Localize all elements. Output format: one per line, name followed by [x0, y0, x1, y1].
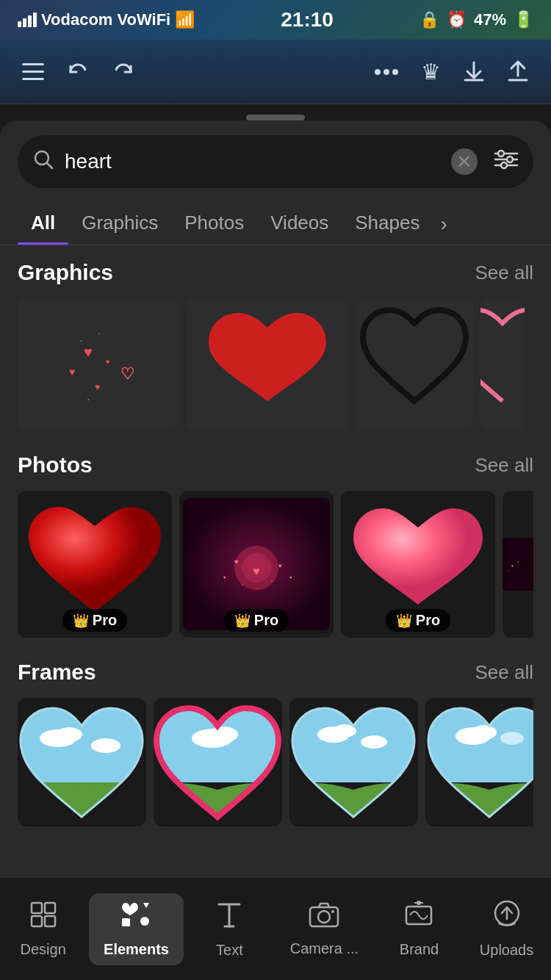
undo-button[interactable] [66, 62, 90, 82]
crown-icon-2: 👑 [234, 613, 251, 629]
svg-text:♡: ♡ [120, 364, 135, 383]
toolbar-left [22, 62, 135, 82]
drag-handle[interactable] [246, 115, 305, 120]
search-bar: heart ✕ [18, 135, 533, 188]
alarm-icon: ⏰ [447, 10, 467, 29]
share-button[interactable] [507, 60, 529, 84]
svg-point-59 [318, 911, 330, 923]
toolbar-right: ♛ [374, 59, 529, 84]
battery-text: 47% [474, 10, 506, 29]
nav-brand[interactable]: Brand [378, 893, 459, 965]
svg-point-50 [472, 725, 497, 740]
tab-more-button[interactable]: › [433, 203, 454, 245]
svg-rect-37 [18, 698, 146, 782]
svg-rect-1 [22, 71, 44, 73]
battery-icon: 🔋 [514, 10, 533, 29]
system-icons: 🔒 ⏰ 47% 🔋 [419, 10, 533, 29]
nav-uploads-label: Uploads [480, 942, 533, 959]
svg-point-51 [500, 732, 524, 745]
svg-point-12 [501, 162, 507, 168]
nav-elements[interactable]: Elements [89, 893, 184, 965]
photo-item-2[interactable]: ♥ ♥ ♥ ♥ ♥ • • 👑 Pro [179, 491, 334, 638]
carrier-info: Vodacom VoWiFi 📶 [18, 10, 195, 29]
frame-item-1[interactable] [18, 698, 146, 826]
svg-text:•: • [98, 331, 100, 336]
tab-photos[interactable]: Photos [171, 203, 257, 245]
svg-text:•: • [80, 337, 82, 344]
svg-text:♥: ♥ [511, 564, 514, 568]
graphics-see-all[interactable]: See all [475, 262, 534, 284]
svg-point-10 [498, 151, 504, 156]
photos-section-header: Photos See all [18, 453, 533, 478]
svg-point-4 [383, 69, 389, 75]
svg-text:♥: ♥ [69, 366, 75, 378]
photo-item-1[interactable]: 👑 Pro [18, 491, 172, 638]
photos-grid: 👑 Pro ♥ ♥ ♥ ♥ [18, 491, 533, 638]
svg-rect-32 [503, 538, 533, 591]
design-icon [29, 901, 57, 935]
app-toolbar: ♛ [0, 40, 551, 104]
graphic-item-4[interactable] [480, 298, 525, 430]
search-clear-button[interactable]: ✕ [451, 148, 478, 175]
photos-title: Photos [18, 453, 93, 478]
svg-rect-55 [45, 916, 55, 926]
wifi-icon: 📶 [175, 10, 195, 29]
svg-rect-57 [122, 918, 130, 926]
graphics-section: Graphics See all ♥ ♥ ♥ ♥ • • • ♡ [0, 245, 551, 438]
camera-icon [309, 901, 339, 934]
svg-point-39 [56, 727, 82, 742]
nav-uploads[interactable]: Uploads [465, 893, 548, 966]
svg-point-60 [331, 910, 334, 913]
carrier-name: Vodacom VoWiFi [41, 10, 170, 29]
graphic-item-3[interactable] [356, 298, 473, 430]
menu-button[interactable] [22, 63, 44, 81]
svg-rect-54 [32, 916, 42, 926]
frames-title: Frames [18, 660, 96, 685]
svg-point-3 [375, 69, 381, 75]
search-value[interactable]: heart [65, 150, 441, 173]
search-container: heart ✕ [0, 135, 551, 188]
nav-design[interactable]: Design [3, 893, 84, 965]
brand-icon [404, 901, 433, 935]
photo-item-3[interactable]: 👑 Pro [341, 491, 495, 638]
crown-button[interactable]: ♛ [421, 59, 441, 84]
frames-see-all[interactable]: See all [475, 661, 534, 684]
nav-camera[interactable]: Camera ... [276, 894, 373, 965]
status-bar: Vodacom VoWiFi 📶 21:10 🔒 ⏰ 47% 🔋 [0, 0, 551, 40]
pro-badge-2: 👑 Pro [224, 609, 289, 632]
tab-all[interactable]: All [18, 203, 68, 245]
nav-text[interactable]: Text [189, 893, 270, 966]
frame-item-2[interactable] [154, 698, 282, 826]
graphic-item-1[interactable]: ♥ ♥ ♥ ♥ • • • ♡ [18, 298, 179, 430]
pro-badge-1: 👑 Pro [62, 609, 127, 632]
pro-text-1: Pro [93, 612, 117, 629]
search-filter-button[interactable] [494, 149, 519, 175]
tab-videos[interactable]: Videos [257, 203, 342, 245]
frames-grid [18, 698, 533, 826]
tab-shapes[interactable]: Shapes [342, 203, 433, 245]
svg-text:♥: ♥ [106, 358, 110, 366]
signal-icon [18, 12, 37, 27]
pro-badge-3: 👑 Pro [386, 609, 450, 632]
tab-graphics[interactable]: Graphics [68, 203, 171, 245]
svg-text:♥: ♥ [84, 344, 93, 360]
nav-camera-label: Camera ... [290, 940, 359, 957]
frame-item-3[interactable] [289, 698, 418, 826]
redo-button[interactable] [112, 62, 135, 82]
uploads-icon [493, 900, 521, 936]
graphic-item-2[interactable] [187, 298, 348, 430]
photo-item-4[interactable]: ♥ ♥ ♥ [503, 491, 533, 638]
svg-point-47 [361, 735, 387, 749]
graphics-grid: ♥ ♥ ♥ ♥ • • • ♡ [18, 298, 533, 430]
category-tabs: All Graphics Photos Videos Shapes › [0, 203, 551, 245]
frame-item-4[interactable] [425, 698, 533, 826]
frames-section-header: Frames See all [18, 660, 533, 685]
nav-elements-label: Elements [104, 941, 169, 958]
photos-see-all[interactable]: See all [475, 454, 534, 477]
svg-rect-52 [32, 903, 42, 913]
time-display: 21:10 [281, 8, 334, 32]
svg-rect-44 [289, 698, 418, 782]
graphics-title: Graphics [18, 260, 113, 285]
download-button[interactable] [463, 60, 485, 84]
more-options-button[interactable] [374, 68, 399, 76]
